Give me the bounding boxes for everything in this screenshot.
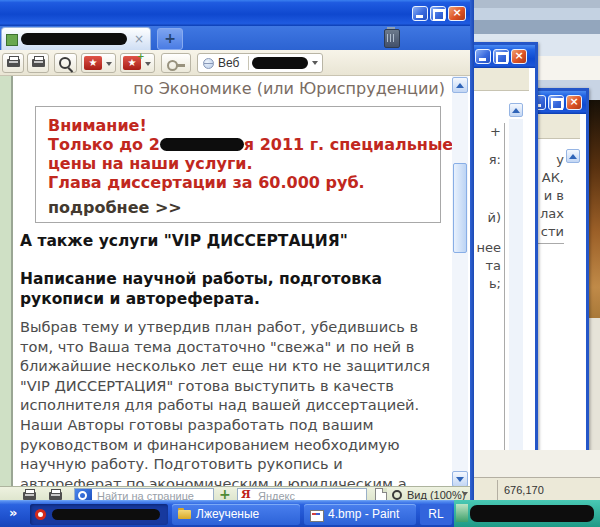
statusbar-divider [497,480,498,500]
minimize-button[interactable] [412,6,428,21]
page-margin-strip [0,76,13,488]
printer-icon [32,59,45,67]
vip-heading: А также услуги "VIP ДИССЕРТАЦИЯ" [20,232,440,250]
printer-icon [23,492,36,500]
magnifier-icon [392,490,402,500]
maximize-button[interactable] [548,95,564,110]
tray-thumbnail [456,504,468,522]
promo-price-line: Глава диссертации за 60.000 руб. [48,173,365,192]
scroll-thumb[interactable] [453,163,467,253]
scrollbar-track[interactable] [509,119,523,453]
close-button[interactable]: × [511,49,527,64]
scrollbar-track[interactable] [452,76,468,488]
close-button[interactable]: × [448,6,466,21]
body-paragraph: Выбрав тему и утвердив план работ, убеди… [20,317,438,488]
password-wand-button[interactable] [161,53,191,73]
magnifier-icon [78,491,87,500]
bookmark-star-icon: ★ [84,56,102,70]
promo-offer-line2: цены на наши услуги. [48,154,253,173]
opera-icon [35,509,46,520]
date-redaction [160,138,244,151]
window2-toolbar [471,68,529,91]
key-icon [167,60,178,71]
print-button[interactable] [2,53,24,73]
page-heading: по Экономике (или Юриспруденции) [20,79,445,98]
promo-attention: Внимание! [48,116,147,135]
tab-favicon [6,34,18,46]
tray-redaction [470,505,594,522]
chevron-down-icon[interactable] [106,62,112,69]
paint-icon [310,510,324,522]
minimize-button[interactable] [475,49,491,64]
search-query-redaction [252,57,308,69]
task-label: Лжеученые [196,507,259,521]
new-tab-button[interactable]: + [157,28,183,50]
paint-cursor-coordinates: 676,170 [504,484,544,496]
printer-icon [7,59,20,67]
task-label: 4.bmp - Paint [328,507,399,521]
taskbar-task-opera[interactable] [30,504,168,525]
window-border [470,0,474,503]
maximize-button[interactable] [430,6,446,21]
maximize-button[interactable] [493,49,509,64]
background-window-2: × + я: й) нее та ь; [468,42,538,506]
scroll-down-button[interactable] [452,471,468,487]
plus-badge-icon: + [137,52,145,61]
page-viewport: по Экономике (или Юриспруденции) Внимани… [0,76,452,488]
services-subheading: Написание научной работы, подготовка рук… [20,269,450,309]
add-bookmark-button[interactable]: ★ + [120,53,155,73]
find-button[interactable] [54,53,77,73]
taskbar-task-paint[interactable]: 4.bmp - Paint [304,504,416,525]
chevron-down-icon [462,492,468,499]
close-button[interactable]: × [566,95,582,110]
paint-window-corner: 676,170 [474,450,600,503]
bookmarks-button[interactable]: ★ [81,53,116,73]
printer-icon [49,492,62,500]
magnifier-icon [59,57,71,69]
screen: × у АК, и в лах сти × + я: й) нее та ь; [0,0,600,527]
task-title-redaction [52,509,160,520]
system-tray [454,500,600,527]
taskbar-task-folder[interactable]: Лжеученые [172,504,300,525]
scroll-up-button[interactable] [452,77,468,93]
folder-icon [178,510,191,519]
promo-offer-line: Только до 2я 2011 г. специальные [48,135,452,154]
quicklaunch-overflow-chevron[interactable]: » [9,505,17,521]
browser-titlebar[interactable] [0,0,474,26]
promo-box: Внимание! Только до 2я 2011 г. специальн… [35,106,441,223]
chevron-down-icon[interactable] [145,62,151,69]
web-search-box[interactable]: Веб [197,53,323,73]
print-preview-button[interactable] [27,53,49,73]
window2-text-fragments: + я: й) нее та ь; [475,123,505,453]
more-link[interactable]: подробнее >> [48,198,182,217]
language-indicator[interactable]: RL [420,504,452,525]
tab-title-redaction [21,33,127,45]
tab-close-button[interactable]: × [134,31,144,47]
scroll-up-button[interactable] [509,103,523,117]
scroll-up-button[interactable] [566,149,580,163]
globe-icon [203,58,214,69]
browser-tab[interactable]: × [1,27,151,50]
search-engine-label: Веб [218,57,239,70]
divider [248,56,249,70]
browser-window: × × + ★ ★ + Веб [0,0,474,503]
chevron-down-icon[interactable] [312,61,318,68]
closed-tabs-trash-icon[interactable] [384,29,400,48]
